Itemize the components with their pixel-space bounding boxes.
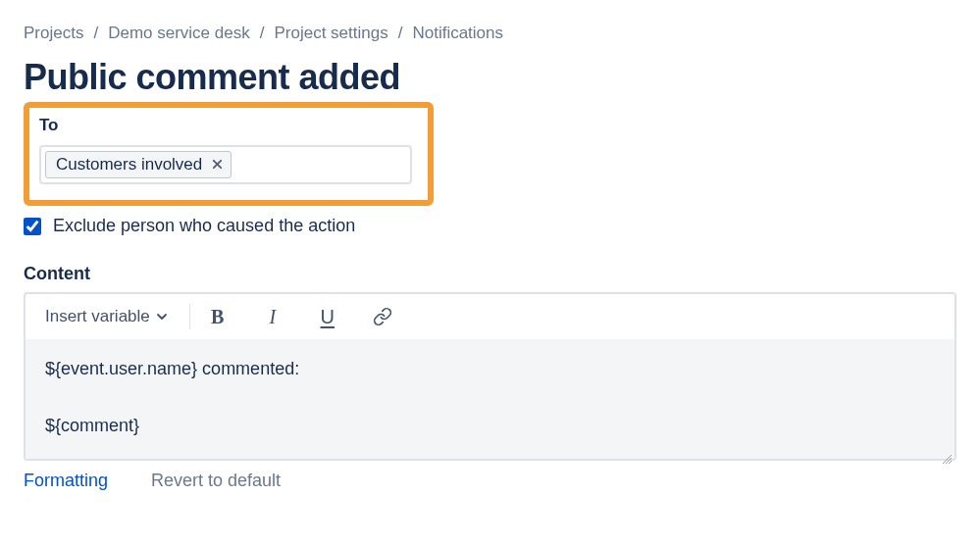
- underline-button[interactable]: U: [300, 306, 355, 328]
- link-button[interactable]: [355, 307, 410, 326]
- breadcrumb-projects[interactable]: Projects: [24, 24, 83, 43]
- to-input[interactable]: Customers involved: [39, 145, 412, 184]
- chip-remove-icon[interactable]: [210, 158, 225, 172]
- insert-variable-label: Insert variable: [45, 307, 150, 326]
- link-icon: [373, 307, 392, 326]
- exclude-checkbox[interactable]: [24, 218, 41, 235]
- breadcrumb-separator: /: [93, 24, 98, 43]
- content-label: Content: [24, 264, 956, 284]
- bold-icon: B: [211, 306, 224, 328]
- to-field-highlight: To Customers involved: [24, 102, 434, 206]
- italic-icon: I: [269, 306, 276, 328]
- recipient-chip: Customers involved: [45, 151, 232, 178]
- editor-textarea[interactable]: ${event.user.name} commented: ${comment}: [26, 339, 954, 459]
- italic-button[interactable]: I: [245, 306, 300, 328]
- chevron-down-icon: [156, 311, 168, 323]
- editor-toolbar: Insert variable B I U: [26, 294, 954, 339]
- breadcrumb: Projects / Demo service desk / Project s…: [24, 24, 956, 43]
- content-editor: Insert variable B I U ${event.user.name}…: [24, 292, 956, 461]
- chip-label: Customers involved: [56, 155, 202, 174]
- revert-to-default-link[interactable]: Revert to default: [151, 471, 281, 491]
- to-label: To: [39, 116, 418, 135]
- exclude-checkbox-row: Exclude person who caused the action: [24, 216, 956, 236]
- breadcrumb-separator: /: [260, 24, 265, 43]
- exclude-checkbox-label: Exclude person who caused the action: [53, 216, 355, 236]
- breadcrumb-separator: /: [398, 24, 403, 43]
- footer-links: Formatting Revert to default: [24, 471, 956, 491]
- breadcrumb-project-settings[interactable]: Project settings: [274, 24, 387, 43]
- breadcrumb-demo-service-desk[interactable]: Demo service desk: [108, 24, 250, 43]
- resize-handle[interactable]: [941, 445, 953, 457]
- underline-icon: U: [321, 306, 335, 328]
- insert-variable-dropdown[interactable]: Insert variable: [45, 307, 189, 326]
- bold-button[interactable]: B: [190, 306, 245, 328]
- page-title: Public comment added: [24, 57, 956, 98]
- formatting-link[interactable]: Formatting: [24, 471, 108, 491]
- breadcrumb-notifications[interactable]: Notifications: [412, 24, 503, 43]
